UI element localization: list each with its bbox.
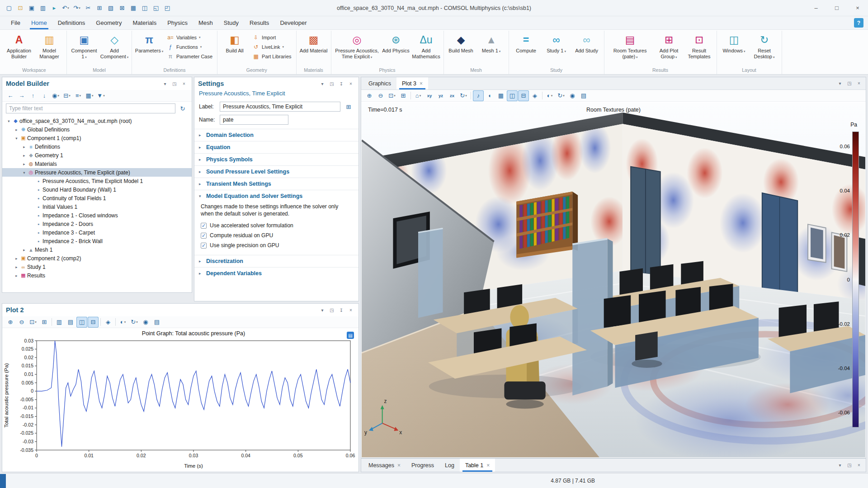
move-up-icon[interactable]: ↑ (28, 90, 38, 101)
tree-node-mesh-1[interactable]: ▸▲Mesh 1 (2, 245, 192, 254)
compute-button[interactable]: =Compute (511, 31, 541, 65)
model-manager-button[interactable]: ▥Model Manager (34, 31, 64, 65)
zoom-out-icon[interactable]: ⊖ (16, 317, 27, 328)
menu-results[interactable]: Results (244, 16, 274, 29)
float-icon[interactable]: ◳ (328, 306, 336, 314)
study-1-button[interactable]: ∞Study 1 ▾ (542, 31, 571, 65)
add-component-button[interactable]: ◇Add Component ▾ (99, 31, 129, 65)
split-horizontal-icon[interactable]: ◫ (507, 90, 518, 101)
scene-light-icon[interactable]: ◖ (484, 90, 495, 101)
image-snapshot-icon[interactable]: ◉ (567, 90, 578, 101)
tab-table-1[interactable]: Table 1× (460, 459, 495, 472)
component-1-button[interactable]: ▣Component 1 ▾ (69, 31, 99, 65)
room-textures-pate-button[interactable]: ▤Room Textures (pate) ▾ (607, 31, 654, 65)
menu-materials[interactable]: Materials (127, 16, 162, 29)
view-zx-icon[interactable]: zx (447, 90, 458, 101)
pin-icon[interactable]: ↧ (337, 80, 345, 88)
pressure-acoustics-time-explicit-button[interactable]: ◎Pressure Acoustics, Time Explicit ▾ (334, 31, 381, 65)
close-icon[interactable]: × (180, 80, 188, 88)
zoom-extents-icon[interactable]: ⊞ (398, 90, 409, 101)
chevron-right-icon[interactable]: ▸ (14, 273, 19, 278)
update-scene-icon[interactable]: ↻▾ (556, 90, 566, 101)
print-plot-icon[interactable]: ▤ (151, 317, 162, 328)
go-back-icon[interactable]: ← (5, 90, 16, 101)
axis-limits-icon[interactable]: ▥ (54, 317, 65, 328)
import-button[interactable]: ⇩Import (250, 33, 293, 42)
show-icon[interactable]: ◉▾ (50, 90, 61, 101)
application-builder-button[interactable]: AApplication Builder (4, 31, 34, 65)
parameter-case-button[interactable]: πParameter Case (165, 52, 215, 61)
reset-desktop-button[interactable]: ↻Reset Desktop ▾ (750, 31, 779, 65)
variables-button[interactable]: a=Variables▾ (165, 33, 215, 42)
refresh-filter-icon[interactable]: ↻ (177, 103, 188, 114)
close-icon[interactable]: × (347, 306, 355, 314)
functions-button[interactable]: ƒFunctions▾ (165, 42, 215, 52)
label-badge-icon[interactable]: ⊞ (343, 101, 354, 112)
checkbox-checked-icon[interactable]: ✓ (201, 223, 207, 229)
collapse-icon[interactable]: ▾ (318, 306, 326, 314)
checkbox-checked-icon[interactable]: ✓ (201, 243, 207, 249)
open-file-icon[interactable]: ⊡ (15, 3, 26, 14)
collapse-icon[interactable]: ▾ (836, 461, 844, 469)
split-vertical-icon[interactable]: ⊟ (518, 90, 529, 101)
collapse-icon[interactable]: ▾ (161, 80, 169, 88)
float-icon[interactable]: ◳ (845, 80, 854, 88)
move-down-icon[interactable]: ↓ (39, 90, 50, 101)
filter-icon[interactable]: ▼▾ (95, 90, 106, 101)
collapse-icon[interactable]: ▾ (836, 80, 844, 88)
tab-graphics[interactable]: Graphics (363, 77, 396, 89)
parameters-button[interactable]: πParameters ▾ (134, 31, 164, 65)
zoom-in-icon[interactable]: ⊕ (364, 90, 375, 101)
menu-developer[interactable]: Developer (274, 16, 312, 29)
save-icon[interactable]: ▣ (26, 3, 37, 14)
part-libraries-button[interactable]: ▦Part Libraries (250, 52, 293, 61)
print-graphics-icon[interactable]: ▤ (578, 90, 589, 101)
section-transient-mesh-settings[interactable]: ▸Transient Mesh Settings (194, 178, 359, 190)
environment-icon[interactable]: ▦ (495, 90, 506, 101)
go-to-default-view-icon[interactable]: ⌂▾ (413, 90, 424, 101)
collapse-icon[interactable]: ▾ (318, 80, 326, 88)
view-xy-icon[interactable]: xy (424, 90, 435, 101)
redo-icon[interactable]: ↷▾ (71, 3, 82, 14)
chevron-right-icon[interactable]: ▸ (14, 265, 19, 269)
build-mesh-button[interactable]: ◆Build Mesh (446, 31, 476, 65)
float-icon[interactable]: ◳ (845, 461, 854, 469)
tree-node-continuity-of-total-fields-1[interactable]: ▪Continuity of Total Fields 1 (2, 194, 192, 202)
add-plot-group-button[interactable]: ⊞Add Plot Group ▾ (654, 31, 684, 65)
split-horizontal-icon[interactable]: ◫ (76, 317, 87, 328)
delete-icon[interactable]: ⊠ (117, 3, 127, 14)
update-plot-icon[interactable]: ↻▾ (129, 317, 140, 328)
close-icon[interactable]: × (347, 80, 355, 88)
section-equation[interactable]: ▸Equation (194, 141, 359, 153)
tree-node-impedance-3-carpet[interactable]: ▪Impedance 3 - Carpet (2, 228, 192, 237)
tab-messages[interactable]: Messages× (363, 459, 406, 472)
section-sound-pressure-level-settings[interactable]: ▸Sound Pressure Level Settings (194, 165, 359, 178)
chevron-right-icon[interactable]: ▸ (14, 127, 19, 132)
menu-definitions[interactable]: Definitions (52, 16, 91, 29)
tree-node-geometry-1[interactable]: ▸◆Geometry 1 (2, 151, 192, 160)
result-templates-button[interactable]: ⊡Result Templates (684, 31, 714, 65)
section-discretization[interactable]: ▸Discretization (194, 255, 359, 267)
play-sound-icon[interactable]: ♪ (473, 90, 484, 101)
help-icon[interactable]: ? (854, 18, 863, 28)
tree-node-materials[interactable]: ▸◍Materials (2, 160, 192, 168)
tree-node-impedance-2-doors[interactable]: ▪Impedance 2 - Doors (2, 220, 192, 228)
menu-mesh[interactable]: Mesh (193, 16, 218, 29)
chevron-right-icon[interactable]: ▸ (21, 153, 27, 158)
section-dependent-variables[interactable]: ▸Dependent Variables (194, 267, 359, 279)
menu-home[interactable]: Home (26, 16, 52, 29)
zoom-box-icon[interactable]: ⊡▾ (28, 317, 38, 328)
paste-icon[interactable]: ▧ (105, 3, 116, 14)
cut-icon[interactable]: ✂ (83, 3, 94, 14)
float-icon[interactable]: ◳ (170, 80, 179, 88)
plot2-chart-area[interactable]: Point Graph: Total acoustic pressure (Pa… (2, 328, 359, 472)
filter-input[interactable] (6, 103, 175, 113)
windows-layout-icon[interactable]: ◰ (162, 3, 173, 14)
chevron-right-icon[interactable]: ▸ (14, 256, 19, 261)
name-input[interactable] (220, 115, 288, 125)
tree-node-component-2-comp2[interactable]: ▸▣Component 2 (comp2) (2, 254, 192, 263)
add-mathematics-button[interactable]: ΔuAdd Mathematics (411, 31, 441, 65)
close-icon[interactable]: × (855, 80, 863, 88)
tab-log[interactable]: Log (439, 459, 460, 472)
windows-button[interactable]: ◫Windows ▾ (719, 31, 749, 65)
